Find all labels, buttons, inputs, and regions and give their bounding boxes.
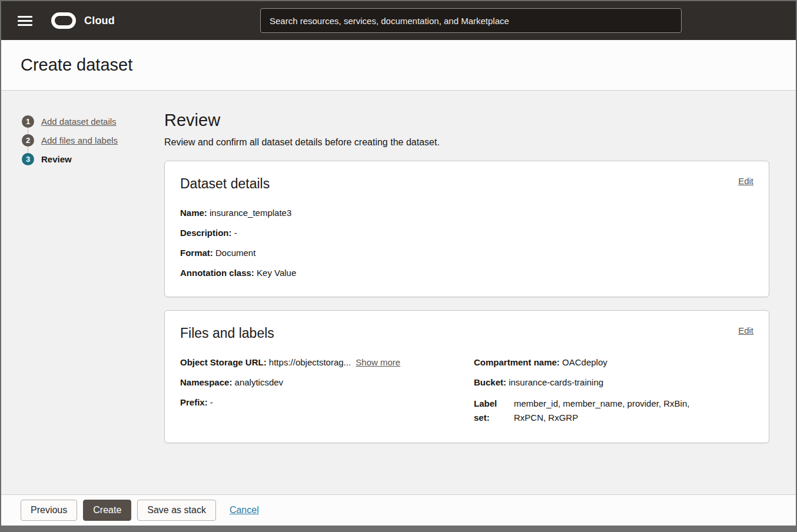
create-button[interactable]: Create bbox=[83, 500, 131, 521]
files-and-labels-card: Files and labels Edit Object Storage URL… bbox=[164, 310, 769, 443]
field-namespace-value: analyticsdev bbox=[235, 377, 284, 387]
review-subheading: Review and confirm all dataset details b… bbox=[164, 137, 769, 148]
browser-window: Cloud Create dataset 1 Add dataset detai… bbox=[0, 0, 797, 532]
step-current-label: Review bbox=[41, 154, 72, 164]
hamburger-menu-icon[interactable] bbox=[18, 14, 32, 28]
files-card-right-column: Compartment name: OACdeploy Bucket: insu… bbox=[474, 357, 753, 425]
field-name: Name: insurance_template3 bbox=[180, 207, 753, 219]
cancel-link[interactable]: Cancel bbox=[230, 505, 259, 516]
step-number-badge: 1 bbox=[22, 115, 34, 128]
field-label-set: Label set: member_id, member_name, provi… bbox=[474, 397, 753, 425]
field-compartment-name-value: OACdeploy bbox=[562, 357, 607, 367]
field-description-value: - bbox=[234, 228, 237, 238]
files-card-left-column: Object Storage URL: https://objectstorag… bbox=[180, 357, 460, 425]
step-review: 3 Review bbox=[22, 153, 164, 165]
review-panel: Review Review and confirm all dataset de… bbox=[164, 111, 796, 494]
page-title: Create dataset bbox=[21, 55, 132, 75]
brand-label: Cloud bbox=[84, 15, 115, 27]
field-label-set-value: member_id, member_name, provider, RxBin,… bbox=[514, 397, 721, 425]
field-bucket-value: insurance-cards-training bbox=[509, 377, 603, 387]
step-link-label[interactable]: Add dataset details bbox=[41, 117, 117, 127]
card-title: Files and labels bbox=[180, 325, 274, 341]
field-format-value: Document bbox=[215, 248, 255, 258]
field-object-storage-url-value: https://objectstorag... bbox=[269, 357, 351, 367]
field-annotation-class-value: Key Value bbox=[257, 268, 296, 278]
top-navigation-bar: Cloud bbox=[1, 1, 796, 40]
card-title: Dataset details bbox=[180, 176, 270, 192]
review-heading: Review bbox=[164, 111, 769, 130]
field-prefix-value: - bbox=[210, 397, 213, 407]
oracle-logo-icon[interactable] bbox=[51, 12, 76, 29]
field-compartment-name: Compartment name: OACdeploy bbox=[474, 357, 753, 368]
show-more-link[interactable]: Show more bbox=[356, 357, 400, 367]
field-name-value: insurance_template3 bbox=[210, 208, 291, 218]
step-add-dataset-details[interactable]: 1 Add dataset details bbox=[22, 115, 164, 128]
edit-files-and-labels-link[interactable]: Edit bbox=[738, 325, 753, 335]
step-number-badge: 3 bbox=[22, 153, 34, 165]
edit-dataset-details-link[interactable]: Edit bbox=[738, 176, 753, 186]
save-as-stack-button[interactable]: Save as stack bbox=[137, 500, 216, 521]
content-area: 1 Add dataset details 2 Add files and la… bbox=[1, 91, 796, 494]
field-object-storage-url: Object Storage URL: https://objectstorag… bbox=[180, 357, 460, 368]
field-format: Format: Document bbox=[180, 247, 753, 259]
wizard-steps-sidebar: 1 Add dataset details 2 Add files and la… bbox=[1, 111, 164, 494]
window-bottom-edge bbox=[1, 526, 796, 531]
step-link-label[interactable]: Add files and labels bbox=[41, 135, 118, 145]
field-bucket: Bucket: insurance-cards-training bbox=[474, 377, 753, 388]
previous-button[interactable]: Previous bbox=[21, 500, 77, 521]
step-number-badge: 2 bbox=[22, 134, 34, 147]
step-add-files-and-labels[interactable]: 2 Add files and labels bbox=[22, 134, 164, 147]
wizard-footer-actions: Previous Create Save as stack Cancel bbox=[1, 494, 796, 526]
search-input[interactable] bbox=[260, 8, 682, 33]
dataset-details-card: Dataset details Edit Name: insurance_tem… bbox=[164, 161, 769, 297]
field-annotation-class: Annotation class: Key Value bbox=[180, 267, 753, 279]
field-prefix: Prefix: - bbox=[180, 397, 460, 408]
page-header: Create dataset bbox=[1, 40, 796, 91]
field-description: Description: - bbox=[180, 227, 753, 239]
field-namespace: Namespace: analyticsdev bbox=[180, 377, 460, 388]
